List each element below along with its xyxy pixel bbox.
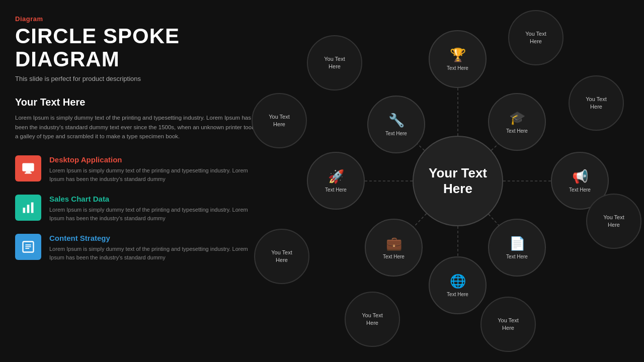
svg-rect-8: [25, 244, 31, 245]
outer-top-left: You TextHere: [307, 35, 362, 90]
svg-rect-1: [26, 171, 30, 172]
spoke-bottom: 🌐 Text Here: [429, 256, 487, 314]
spoke-bottom-right-label: Text Here: [506, 253, 528, 260]
outer-right-lower: You TextHere: [586, 194, 641, 249]
graduation-icon: 🎓: [509, 110, 525, 126]
desktop-title: Desktop Application: [49, 155, 257, 164]
spoke-right-label: Text Here: [569, 187, 591, 193]
svg-rect-6: [31, 202, 34, 213]
outer-top: You TextHere: [508, 10, 564, 65]
content-heading: Your Text Here: [15, 97, 257, 108]
svg-rect-9: [25, 246, 31, 247]
outer-bottom-mid-right: You TextHere: [480, 297, 536, 352]
diagram-label: Diagram: [15, 15, 257, 23]
spoke-left-label: Text Here: [325, 187, 347, 193]
content-icon: [21, 240, 35, 254]
subtitle: This slide is perfect for product descri…: [15, 75, 257, 82]
briefcase-icon: 💼: [386, 236, 402, 251]
globe-icon: 🌐: [450, 274, 466, 289]
outer-bottom-mid-left: You TextHere: [345, 292, 400, 347]
spoke-bottom-left-label: Text Here: [383, 253, 405, 260]
sales-title: Sales Chart Data: [49, 195, 257, 203]
spoke-bottom-label: Text Here: [447, 291, 468, 298]
spoke-bottom-right: 📄 Text Here: [488, 219, 546, 277]
spoke-bottom-left: 💼 Text Here: [365, 219, 423, 277]
outer-bottom-mid-right-label: You TextHere: [498, 317, 519, 332]
spoke-top-right-label: Text Here: [506, 128, 528, 134]
outer-top-right-label: You TextHere: [586, 96, 607, 111]
spoke-top-left-label: Text Here: [385, 130, 407, 137]
outer-bottom-mid-left-label: You TextHere: [362, 312, 383, 327]
desktop-body: Lorem Ipsum is simply dummy text of the …: [49, 166, 257, 184]
feature-item-content: Content Strategy Lorem Ipsum is simply d…: [15, 234, 257, 262]
content-strategy-title: Content Strategy: [49, 234, 257, 242]
content-strategy-body: Lorem Ipsum is simply dummy text of the …: [49, 245, 257, 262]
outer-top-right: You TextHere: [569, 75, 624, 131]
outer-bottom-left-label: You TextHere: [271, 249, 292, 264]
feature-item-sales: Sales Chart Data Lorem Ipsum is simply d…: [15, 195, 257, 223]
sales-text: Sales Chart Data Lorem Ipsum is simply d…: [49, 195, 257, 223]
spoke-top-label: Text Here: [447, 65, 468, 71]
svg-rect-4: [23, 208, 26, 213]
outer-right-lower-label: You TextHere: [603, 214, 624, 229]
desktop-text: Desktop Application Lorem Ipsum is simpl…: [49, 155, 257, 184]
content-body: Lorem Ipsum is simply dummy text of the …: [15, 113, 257, 141]
spoke-top-right: 🎓 Text Here: [488, 93, 546, 151]
tools-icon: 🔧: [388, 113, 405, 128]
center-text: Your TextHere: [429, 165, 487, 197]
outer-left: You TextHere: [252, 93, 307, 148]
spoke-top: 🏆 Text Here: [429, 30, 487, 88]
left-panel: Diagram CIRCLE SPOKE DIAGRAM This slide …: [15, 15, 257, 273]
sales-icon-box: [15, 195, 41, 221]
diagram-panel: Your TextHere 🏆 Text Here 🔧 Text Here 🎓 …: [262, 0, 644, 362]
rocket-icon: 🚀: [328, 169, 344, 185]
content-strategy-text: Content Strategy Lorem Ipsum is simply d…: [49, 234, 257, 262]
outer-top-label: You TextHere: [525, 30, 546, 46]
desktop-icon-box: [15, 155, 41, 182]
content-icon-box: [15, 234, 41, 260]
outer-bottom-left: You TextHere: [254, 229, 309, 284]
spoke-top-left: 🔧 Text Here: [367, 96, 425, 153]
document-icon: 📄: [509, 236, 525, 251]
svg-rect-10: [25, 248, 29, 249]
spoke-left: 🚀 Text Here: [307, 152, 365, 210]
feature-item-desktop: Desktop Application Lorem Ipsum is simpl…: [15, 155, 257, 184]
svg-rect-0: [22, 163, 34, 171]
main-title: CIRCLE SPOKE DIAGRAM: [15, 25, 257, 71]
center-circle: Your TextHere: [413, 136, 503, 226]
outer-left-label: You TextHere: [269, 113, 290, 129]
svg-rect-5: [27, 205, 30, 213]
trophy-icon: 🏆: [450, 47, 466, 63]
megaphone-icon: 📢: [572, 169, 588, 185]
desktop-icon: [21, 161, 35, 175]
chart-icon: [21, 201, 35, 215]
outer-top-left-label: You TextHere: [324, 55, 345, 71]
sales-body: Lorem Ipsum is simply dummy text of the …: [49, 206, 257, 223]
svg-rect-2: [25, 172, 32, 173]
